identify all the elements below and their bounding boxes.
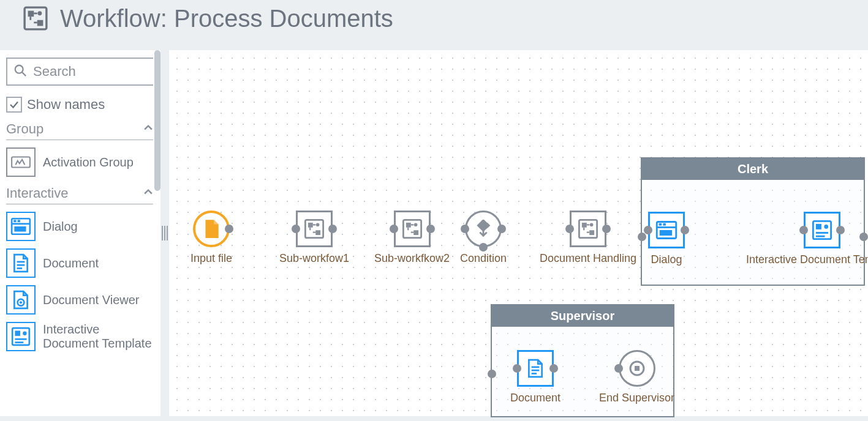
node-dialog[interactable]: Dialog: [648, 212, 685, 266]
node-label: Input file: [191, 252, 232, 265]
palette-item-label: Dialog: [43, 220, 78, 234]
group-supervisor[interactable]: Supervisor Document: [491, 304, 674, 417]
palette-item-label: Interactive Document Template: [43, 322, 154, 351]
app-root: Workflow: Process Documents Show names: [0, 0, 868, 421]
document-template-icon: [6, 322, 36, 351]
search-icon: [13, 64, 27, 80]
svg-point-23: [15, 65, 23, 73]
chevron-up-icon: [142, 186, 154, 201]
section-group-head[interactable]: Group: [6, 121, 154, 140]
activation-group-icon: [6, 147, 36, 177]
section-interactive-head[interactable]: Interactive: [6, 185, 154, 204]
splitter-handle[interactable]: [160, 50, 169, 416]
node-interactive-document-template[interactable]: Interactive Document Template: [746, 212, 868, 266]
node-label: Dialog: [651, 253, 682, 266]
group-clerk[interactable]: Clerk Dialog: [641, 157, 865, 286]
palette-document[interactable]: Document: [6, 248, 154, 278]
workflow-icon: [22, 5, 49, 32]
palette-item-label: Document Viewer: [43, 293, 139, 307]
palette-item-label: Document: [43, 256, 99, 270]
page-title: Workflow: Process Documents: [60, 6, 393, 31]
node-label: End Supervisor: [599, 392, 674, 404]
node-end-supervisor[interactable]: End Supervisor: [599, 350, 674, 404]
node-label: Sub-workfkow2: [374, 252, 450, 265]
node-label: Document Handling: [540, 252, 636, 265]
node-label: Condition: [460, 252, 507, 265]
palette-document-viewer[interactable]: Document Viewer: [6, 285, 154, 315]
palette-dialog[interactable]: Dialog: [6, 212, 154, 241]
palette-document-template[interactable]: Interactive Document Template: [6, 322, 154, 351]
document-viewer-icon: [6, 285, 36, 315]
show-names-label: Show names: [27, 97, 105, 113]
document-icon: [6, 248, 36, 278]
node-input-file[interactable]: Input file: [191, 210, 232, 265]
search-box[interactable]: [6, 58, 154, 86]
workflow-canvas[interactable]: Input file Sub-workfow1 Sub-workfkow2: [169, 50, 868, 416]
node-sub-workflow-1[interactable]: Sub-workfow1: [279, 210, 349, 265]
checkbox-icon: [6, 97, 22, 113]
chevron-up-icon: [142, 122, 154, 136]
search-input[interactable]: [32, 63, 147, 80]
svg-line-24: [22, 72, 26, 76]
node-document-handling[interactable]: Document Handling: [540, 210, 636, 265]
node-label: Interactive Document Template: [746, 253, 868, 266]
palette-activation-group[interactable]: Activation Group: [6, 147, 154, 177]
node-label: Document: [510, 392, 560, 404]
group-title: Supervisor: [492, 305, 673, 327]
edges-overlay: [169, 50, 353, 142]
node-condition[interactable]: Condition: [460, 210, 507, 265]
section-interactive-title: Interactive: [6, 185, 69, 201]
group-title: Clerk: [642, 158, 864, 180]
node-sub-workflow-2[interactable]: Sub-workfkow2: [374, 210, 450, 265]
header: Workflow: Process Documents: [0, 0, 868, 50]
dialog-icon: [6, 212, 36, 241]
sidebar: Show names Group Activation Group: [0, 50, 160, 416]
sidebar-scrollbar[interactable]: [153, 50, 160, 416]
palette-item-label: Activation Group: [43, 155, 134, 170]
node-document[interactable]: Document: [510, 350, 560, 404]
section-group-title: Group: [6, 121, 43, 137]
node-label: Sub-workfow1: [279, 252, 349, 265]
show-names-toggle[interactable]: Show names: [6, 97, 154, 113]
